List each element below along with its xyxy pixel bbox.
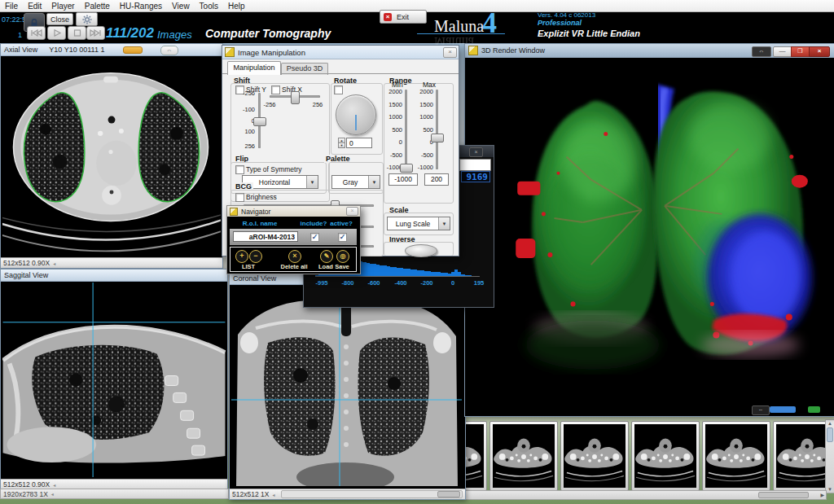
axial-statusbar: 512x512 0.90X◂ (1, 257, 222, 268)
menu-help[interactable]: Help (223, 2, 250, 11)
range-max-field[interactable]: 200 (424, 173, 449, 186)
render3d-close-button[interactable]: × (809, 46, 830, 57)
render3d-titlebar[interactable]: 3D Render Window ⇔ — ❒ × (465, 44, 834, 58)
sagittal-status-text: 512x512 0.90X (3, 480, 50, 489)
coronal-title: Coronal View (233, 274, 276, 283)
save-button[interactable]: ◎ (336, 250, 349, 263)
axial-title: Axial View (4, 46, 37, 54)
main-image-statusbar: 1920x2783 1X◂ (0, 489, 229, 499)
scale-dropdown[interactable]: Lung Scale ▼ (387, 217, 450, 230)
rotate-value-field[interactable]: 0 (346, 138, 372, 148)
render3d-viewport[interactable] (467, 59, 833, 414)
vscroll-thumb[interactable] (827, 427, 833, 442)
render3d-swap-button[interactable]: ⇔ (752, 46, 771, 57)
render3d-zoom-slider[interactable] (770, 406, 796, 413)
spin-down-icon[interactable]: ▼ (338, 143, 345, 148)
roi-include-checkbox[interactable]: ✓ (310, 233, 319, 242)
play-button[interactable] (47, 26, 66, 40)
axial-swap-button[interactable]: ⇔ (160, 46, 178, 55)
menu-player[interactable]: Player (46, 2, 79, 11)
roi-active-checkbox[interactable]: ✓ (338, 233, 347, 242)
stop-button[interactable] (68, 26, 86, 40)
menu-palette[interactable]: Palette (80, 2, 115, 11)
slice-thumbnail[interactable] (489, 421, 558, 491)
scroll-up-arrow[interactable]: ▲ (826, 421, 834, 426)
manip-close-button[interactable]: × (443, 47, 457, 58)
slice-thumbnail[interactable] (560, 421, 629, 491)
tick-label: 1500 (419, 101, 433, 108)
close-button[interactable]: Close (46, 13, 73, 25)
load-button[interactable]: ✎ (320, 250, 333, 263)
navigator-close-button[interactable]: × (346, 207, 358, 216)
status-arrow-icon[interactable]: ◂ (272, 492, 274, 497)
range-min-field[interactable]: -1000 (388, 173, 418, 186)
add-roi-button[interactable]: + (235, 250, 248, 263)
coronal-hscroll-thumb[interactable] (437, 491, 460, 497)
gear-icon (82, 15, 92, 24)
render3d-minimize-button[interactable]: — (773, 46, 792, 57)
roi-name-input[interactable]: aROI-M4-2013 (233, 231, 298, 242)
symmetry-checkbox[interactable] (235, 165, 244, 174)
dropdown-arrow-icon[interactable]: ▼ (368, 176, 380, 188)
sagittal-titlebar[interactable]: Saggital View (1, 270, 227, 282)
menu-view[interactable]: View (167, 2, 195, 11)
tick-label: 256 (313, 101, 323, 108)
menu-hu-ranges[interactable]: HU-Ranges (115, 2, 167, 11)
thumbnail-hscrollbar[interactable]: ▶ (464, 490, 827, 500)
navigator-titlebar[interactable]: Navigator × (227, 206, 360, 217)
exit-x-icon: × (384, 13, 392, 21)
status-arrow-icon[interactable]: ◂ (51, 491, 54, 497)
remove-roi-button[interactable]: − (249, 250, 262, 263)
range-min-thumb[interactable] (400, 164, 413, 173)
sagittal-image[interactable] (2, 283, 226, 477)
axial-view-window: Axial View Y10 Y10 00111 1 ⇔ (0, 43, 223, 269)
render3d-zoom-swap-button[interactable]: ⇔ (752, 405, 770, 415)
modality-title: Computer Tomography (205, 27, 331, 40)
status-arrow-icon[interactable]: ◂ (53, 482, 55, 488)
slice-thumbnail[interactable] (631, 421, 700, 491)
shift-x-slider-thumb[interactable] (291, 91, 300, 104)
tick-label: 256 (244, 142, 255, 150)
status-arrow-icon[interactable]: ◂ (53, 261, 55, 266)
settings-button[interactable] (76, 12, 98, 26)
palette-dropdown[interactable]: Gray ▼ (331, 175, 380, 189)
delete-all-button[interactable]: × (288, 250, 301, 263)
histogram-close-button[interactable]: × (469, 147, 483, 157)
menu-file[interactable]: File (0, 2, 23, 11)
list-label: LIST (242, 263, 255, 270)
range-max-thumb[interactable] (431, 134, 444, 142)
skip-end-button[interactable] (86, 26, 105, 40)
manip-titlebar[interactable]: Image Manipulation × (222, 46, 459, 59)
shift-x-checkbox[interactable] (271, 85, 280, 94)
edition-text: Professional (538, 19, 582, 27)
menu-edit[interactable]: Edit (23, 2, 46, 11)
rotate-spinner[interactable]: ▲ ▼ (338, 138, 345, 148)
coronal-image[interactable] (231, 286, 462, 486)
range-min-slider[interactable] (405, 90, 407, 169)
dropdown-arrow-icon[interactable]: ▼ (438, 217, 450, 230)
flip-dropdown[interactable]: Horizontal ▼ (242, 175, 318, 189)
tab-manipulation[interactable]: Manipulation (227, 61, 281, 75)
shift-y-slider-thumb[interactable] (253, 117, 266, 126)
dropdown-arrow-icon[interactable]: ▼ (306, 176, 318, 188)
scroll-right-arrow[interactable]: ▶ (820, 492, 824, 497)
hscroll-thumb[interactable] (758, 492, 809, 498)
axial-titlebar[interactable]: Axial View Y10 Y10 00111 1 ⇔ (1, 44, 222, 56)
thumbnail-vscrollbar[interactable]: ▲ ▼ (825, 419, 834, 493)
brightness-checkbox[interactable] (235, 193, 244, 202)
exit-button[interactable]: × Exit (380, 10, 427, 24)
coronal-hscrollbar[interactable] (281, 490, 463, 498)
axial-image[interactable] (2, 57, 221, 256)
rotate-knob[interactable] (336, 94, 376, 135)
histogram-input[interactable] (459, 159, 491, 171)
thumbnail-image (705, 424, 767, 488)
spin-up-icon[interactable]: ▲ (338, 138, 345, 143)
skip-start-button[interactable] (27, 26, 46, 40)
range-max-slider[interactable] (436, 90, 438, 169)
scroll-down-arrow[interactable]: ▼ (826, 487, 834, 492)
rotate-checkbox[interactable] (334, 85, 343, 94)
inverse-toggle[interactable] (405, 244, 437, 257)
slice-thumbnail[interactable] (702, 421, 770, 491)
render3d-maximize-button[interactable]: ❒ (791, 46, 810, 57)
menu-tools[interactable]: Tools (195, 2, 223, 11)
